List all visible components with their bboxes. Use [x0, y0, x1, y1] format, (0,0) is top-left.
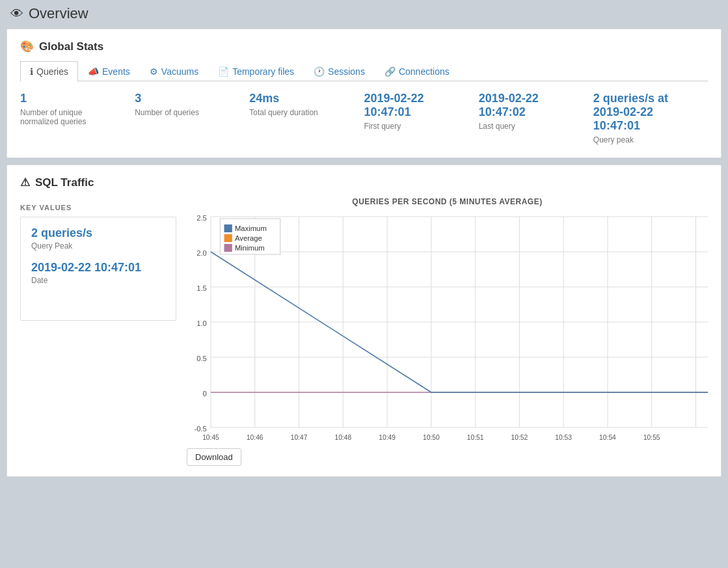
- svg-text:0.5: 0.5: [196, 355, 207, 362]
- svg-text:10:48: 10:48: [334, 434, 351, 441]
- global-stats-title: 🎨 Global Stats: [20, 40, 708, 53]
- tab-queries[interactable]: ℹ Queries: [20, 61, 78, 81]
- events-icon: 📣: [88, 66, 99, 77]
- svg-text:1.0: 1.0: [196, 319, 207, 327]
- svg-text:-0.5: -0.5: [194, 425, 206, 433]
- connections-icon: 🔗: [384, 66, 396, 77]
- palette-icon: 🎨: [20, 40, 34, 53]
- svg-text:10:55: 10:55: [643, 434, 660, 441]
- page-header: 👁 Overview: [0, 0, 728, 29]
- traffic-layout: KEY VALUES 2 queries/s Query Peak 2019-0…: [20, 197, 708, 466]
- svg-text:10:51: 10:51: [467, 434, 484, 441]
- tabs-bar: ℹ Queries 📣 Events ⚙ Vacuums 📄 Temporary…: [20, 61, 708, 81]
- date-label: Date: [31, 276, 165, 285]
- svg-text:10:50: 10:50: [423, 434, 440, 441]
- svg-text:2.5: 2.5: [196, 214, 207, 222]
- stat-total-duration: 24ms Total query duration: [249, 92, 364, 144]
- vacuums-icon: ⚙: [150, 66, 158, 77]
- svg-text:10:47: 10:47: [291, 434, 308, 441]
- sql-traffic-card: ⚠ SQL Traffic KEY VALUES 2 queries/s Que…: [7, 165, 721, 477]
- sql-traffic-title: ⚠ SQL Traffic: [20, 176, 708, 189]
- svg-text:10:46: 10:46: [247, 434, 263, 441]
- svg-rect-43: [224, 244, 232, 252]
- tab-events[interactable]: 📣 Events: [78, 61, 140, 81]
- svg-text:Minimum: Minimum: [235, 244, 265, 252]
- key-values-label: KEY VALUES: [20, 204, 176, 211]
- svg-text:10:45: 10:45: [202, 434, 219, 441]
- overview-icon: 👁: [10, 7, 23, 21]
- query-peak-value: 2 queries/s: [31, 226, 165, 240]
- chart-container: QUERIES PER SECOND (5 MINUTES AVERAGE) 2…: [187, 197, 708, 466]
- download-button[interactable]: Download: [187, 448, 241, 466]
- tab-connections[interactable]: 🔗 Connections: [375, 61, 459, 81]
- svg-text:Maximum: Maximum: [235, 224, 267, 232]
- svg-rect-39: [224, 224, 232, 232]
- svg-text:10:53: 10:53: [555, 434, 572, 441]
- chart-area: 2.5 2.0 1.5 1.0 0.5 0 -0.5: [187, 209, 708, 443]
- key-values-section: KEY VALUES 2 queries/s Query Peak 2019-0…: [20, 197, 176, 321]
- svg-text:Average: Average: [235, 234, 262, 242]
- stat-num-queries: 3 Number of queries: [135, 92, 249, 144]
- tempfiles-icon: 📄: [218, 66, 229, 77]
- stats-row: 1 Number of uniquenormalized queries 3 N…: [20, 92, 708, 144]
- svg-text:10:52: 10:52: [511, 434, 528, 441]
- tab-vacuums[interactable]: ⚙ Vacuums: [140, 61, 208, 81]
- svg-text:1.5: 1.5: [196, 284, 207, 292]
- queries-icon: ℹ: [30, 66, 33, 77]
- svg-rect-41: [224, 234, 232, 242]
- stat-first-query: 2019-02-2210:47:01 First query: [364, 92, 479, 144]
- stat-unique-queries: 1 Number of uniquenormalized queries: [20, 92, 135, 144]
- svg-text:10:54: 10:54: [599, 434, 616, 441]
- date-value: 2019-02-22 10:47:01: [31, 261, 165, 275]
- warning-icon: ⚠: [20, 176, 30, 189]
- stat-query-peak: 2 queries/s at2019-02-2210:47:01 Query p…: [593, 92, 708, 144]
- query-peak-label: Query Peak: [31, 241, 165, 250]
- stat-last-query: 2019-02-2210:47:02 Last query: [479, 92, 593, 144]
- global-stats-card: 🎨 Global Stats ℹ Queries 📣 Events ⚙ Vacu…: [7, 29, 721, 158]
- key-values-box: 2 queries/s Query Peak 2019-02-22 10:47:…: [20, 217, 176, 321]
- sessions-icon: 🕐: [314, 66, 325, 77]
- svg-text:10:49: 10:49: [379, 434, 396, 441]
- chart-title: QUERIES PER SECOND (5 MINUTES AVERAGE): [187, 197, 708, 206]
- chart-svg: 2.5 2.0 1.5 1.0 0.5 0 -0.5: [187, 209, 708, 443]
- svg-text:2.0: 2.0: [196, 249, 207, 257]
- tab-temporary-files[interactable]: 📄 Temporary files: [208, 61, 304, 81]
- svg-text:0: 0: [203, 390, 207, 398]
- page-title: Overview: [29, 5, 88, 22]
- tab-sessions[interactable]: 🕐 Sessions: [304, 61, 375, 81]
